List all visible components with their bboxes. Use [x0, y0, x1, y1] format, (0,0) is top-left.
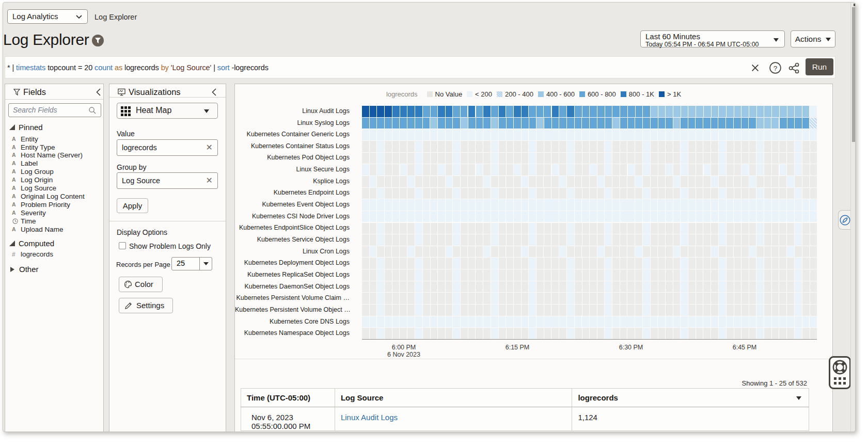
svg-text:?: ? [774, 65, 778, 72]
